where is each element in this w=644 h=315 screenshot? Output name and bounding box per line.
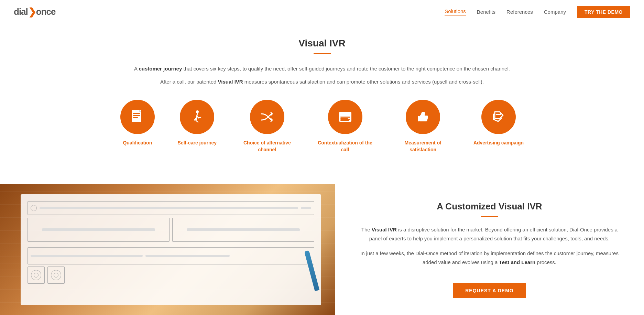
request-demo-button[interactable]: REQUEST A DEMO bbox=[453, 283, 526, 298]
header: dial❯once Solutions Benefits References … bbox=[0, 0, 644, 24]
try-demo-button[interactable]: TRY THE DEMO bbox=[577, 6, 630, 18]
icon-item-contextualization: Contextualization of the call bbox=[318, 100, 373, 153]
customized-desc-1: The Visual IVR is a disruptive solution … bbox=[356, 225, 623, 243]
nav-solutions[interactable]: Solutions bbox=[445, 8, 466, 15]
title-underline bbox=[314, 53, 331, 54]
self-care-icon-circle bbox=[180, 100, 214, 134]
svg-rect-19 bbox=[418, 116, 420, 121]
svg-rect-18 bbox=[340, 120, 349, 121]
advertising-icon-circle bbox=[481, 100, 516, 134]
description-block: A customer journey that covers six key s… bbox=[133, 64, 511, 86]
svg-line-9 bbox=[196, 121, 198, 122]
bottom-section: A Customized Visual IVR The Visual IVR i… bbox=[0, 184, 644, 315]
nav-benefits[interactable]: Benefits bbox=[477, 9, 495, 15]
icon-item-measurement: Measurement of satisfaction bbox=[395, 100, 450, 153]
customized-title: A Customized Visual IVR bbox=[356, 201, 623, 212]
self-care-label: Self-care journey bbox=[178, 140, 217, 146]
svg-rect-12 bbox=[339, 112, 351, 115]
visual-ivr-bold-2: Visual IVR bbox=[372, 227, 397, 232]
choice-label: Choice of alternative channel bbox=[240, 140, 295, 153]
measurement-label: Measurement of satisfaction bbox=[395, 140, 450, 153]
contextualization-label: Contextualization of the call bbox=[318, 140, 373, 153]
qualification-label: Qualification bbox=[123, 140, 152, 146]
svg-line-10 bbox=[199, 117, 201, 118]
icon-item-advertising: Advertising campaign bbox=[473, 100, 524, 146]
main-content: Visual IVR A customer journey that cover… bbox=[81, 24, 563, 184]
logo-dial: dial bbox=[14, 7, 28, 17]
sketch-overlay bbox=[21, 194, 321, 305]
svg-rect-3 bbox=[133, 117, 138, 118]
icons-row: Qualification Self-care journey bbox=[102, 100, 542, 153]
tag-icon bbox=[490, 108, 507, 126]
document-icon bbox=[129, 108, 146, 126]
svg-line-8 bbox=[196, 117, 197, 121]
advertising-label: Advertising campaign bbox=[473, 140, 524, 146]
logo: dial❯once bbox=[14, 6, 55, 18]
svg-rect-2 bbox=[133, 115, 140, 116]
person-walk-icon bbox=[188, 108, 206, 126]
svg-rect-17 bbox=[340, 118, 348, 119]
icon-item-choice: Choice of alternative channel bbox=[240, 100, 295, 153]
svg-rect-16 bbox=[340, 117, 350, 117]
description-paragraph-1: A customer journey that covers six key s… bbox=[133, 64, 511, 73]
measurement-icon-circle bbox=[406, 100, 440, 134]
thumbs-up-icon bbox=[414, 108, 432, 126]
shuffle-icon bbox=[259, 108, 276, 126]
customized-underline bbox=[481, 216, 498, 217]
list-window-icon bbox=[337, 108, 354, 126]
choice-icon-circle bbox=[250, 100, 284, 134]
sketch-image bbox=[0, 184, 335, 315]
logo-icon: ❯ bbox=[28, 6, 36, 18]
contextualization-icon-circle bbox=[328, 100, 362, 134]
icon-item-qualification: Qualification bbox=[120, 100, 155, 146]
right-panel: A Customized Visual IVR The Visual IVR i… bbox=[335, 184, 644, 315]
qualification-icon-circle bbox=[120, 100, 155, 134]
customer-journey-bold: customer journey bbox=[139, 66, 182, 72]
visual-ivr-title: Visual IVR bbox=[102, 38, 542, 49]
nav-company[interactable]: Company bbox=[544, 9, 566, 15]
icon-item-self-care: Self-care journey bbox=[178, 100, 217, 146]
nav-references[interactable]: References bbox=[506, 9, 533, 15]
svg-rect-1 bbox=[133, 113, 140, 114]
test-learn-bold: Test and Learn bbox=[499, 259, 536, 265]
visual-ivr-bold: Visual IVR bbox=[218, 79, 243, 85]
main-nav: Solutions Benefits References Company TR… bbox=[445, 6, 630, 18]
description-paragraph-2: After a call, our patented Visual IVR me… bbox=[133, 77, 511, 86]
logo-once: once bbox=[36, 7, 56, 17]
customized-desc-2: In just a few weeks, the Dial-Once metho… bbox=[356, 249, 623, 267]
